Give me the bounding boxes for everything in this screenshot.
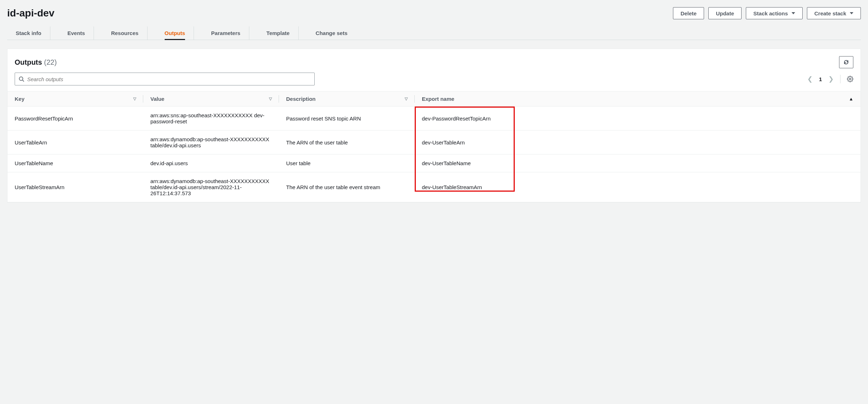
tab-events[interactable]: Events [68, 26, 94, 40]
cell-description: The ARN of the user table event stream [279, 172, 415, 202]
search-input[interactable] [27, 76, 311, 82]
column-header-export-name[interactable]: Export name ▲ [415, 92, 860, 107]
update-button[interactable]: Update [708, 7, 742, 19]
outputs-table: Key ▽ Value ▽ Descriptio [8, 91, 860, 202]
settings-button[interactable] [847, 76, 853, 82]
panel-title-text: Outputs [15, 58, 42, 66]
refresh-button[interactable] [839, 56, 853, 68]
cell-export-name: dev-UserTableArn [415, 130, 860, 154]
update-label: Update [716, 10, 734, 16]
sort-icon: ▽ [405, 97, 408, 101]
stack-actions-label: Stack actions [753, 10, 788, 16]
sort-icon: ▽ [133, 97, 136, 101]
cell-value: arn:aws:dynamodb:ap-southeast-XXXXXXXXXX… [143, 130, 279, 154]
col-desc-label: Description [286, 96, 316, 102]
cell-export-name: dev-PasswordResetTopicArn [415, 107, 860, 130]
next-page-button[interactable]: ❯ [828, 75, 834, 83]
cell-key: UserTableStreamArn [8, 172, 143, 202]
cell-export-name: dev-UserTableStreamArn [415, 172, 860, 202]
delete-label: Delete [680, 10, 697, 16]
col-value-label: Value [150, 96, 164, 102]
svg-line-1 [23, 80, 24, 82]
search-icon [19, 76, 24, 82]
table-row: UserTableStreamArnarn:aws:dynamodb:ap-so… [8, 172, 860, 202]
column-header-key[interactable]: Key ▽ [8, 92, 143, 107]
create-stack-button[interactable]: Create stack [807, 7, 861, 19]
delete-button[interactable]: Delete [673, 7, 704, 19]
page-header: id-api-dev Delete Update Stack actions C… [7, 7, 861, 19]
caret-down-icon [850, 12, 853, 14]
tab-outputs[interactable]: Outputs [165, 26, 194, 40]
cell-description: Password reset SNS topic ARN [279, 107, 415, 130]
tabs: Stack infoEventsResourcesOutputsParamete… [7, 26, 861, 40]
svg-point-0 [19, 77, 23, 80]
refresh-icon [843, 59, 849, 65]
table-wrapper: Key ▽ Value ▽ Descriptio [8, 91, 860, 202]
gear-icon [847, 76, 853, 82]
divider [840, 75, 840, 83]
cell-export-name: dev-UserTableName [415, 154, 860, 172]
tab-parameters[interactable]: Parameters [211, 26, 249, 40]
pagination: ❮ 1 ❯ [807, 75, 853, 83]
table-row: UserTableArnarn:aws:dynamodb:ap-southeas… [8, 130, 860, 154]
cell-value: dev.id-api.users [143, 154, 279, 172]
tab-change-sets[interactable]: Change sets [316, 26, 356, 40]
cell-key: UserTableArn [8, 130, 143, 154]
column-header-value[interactable]: Value ▽ [143, 92, 279, 107]
create-stack-label: Create stack [814, 10, 846, 16]
tab-resources[interactable]: Resources [111, 26, 148, 40]
panel-title: Outputs (22) [15, 58, 57, 66]
table-row: PasswordResetTopicArnarn:aws:sns:ap-sout… [8, 107, 860, 130]
action-bar: Delete Update Stack actions Create stack [673, 7, 861, 19]
col-export-label: Export name [422, 96, 454, 102]
cell-description: The ARN of the user table [279, 130, 415, 154]
cell-key: UserTableName [8, 154, 143, 172]
caret-down-icon [792, 12, 795, 14]
search-input-wrap[interactable] [15, 73, 315, 85]
outputs-panel: Outputs (22) ❮ 1 [7, 49, 861, 203]
sort-asc-icon: ▲ [849, 96, 853, 102]
cell-description: User table [279, 154, 415, 172]
panel-count: (22) [44, 58, 57, 66]
cell-value: arn:aws:dynamodb:ap-southeast-XXXXXXXXXX… [143, 172, 279, 202]
cell-value: arn:aws:sns:ap-southeast-XXXXXXXXXXX dev… [143, 107, 279, 130]
tab-stack-info[interactable]: Stack info [16, 26, 50, 40]
stack-actions-button[interactable]: Stack actions [746, 7, 803, 19]
table-row: UserTableNamedev.id-api.usersUser tabled… [8, 154, 860, 172]
sort-icon: ▽ [269, 97, 272, 101]
cell-key: PasswordResetTopicArn [8, 107, 143, 130]
prev-page-button[interactable]: ❮ [807, 75, 813, 83]
column-header-description[interactable]: Description ▽ [279, 92, 415, 107]
svg-point-2 [849, 78, 851, 80]
col-key-label: Key [15, 96, 25, 102]
stack-title: id-api-dev [7, 8, 54, 19]
page-number: 1 [819, 76, 822, 82]
tab-template[interactable]: Template [266, 26, 299, 40]
